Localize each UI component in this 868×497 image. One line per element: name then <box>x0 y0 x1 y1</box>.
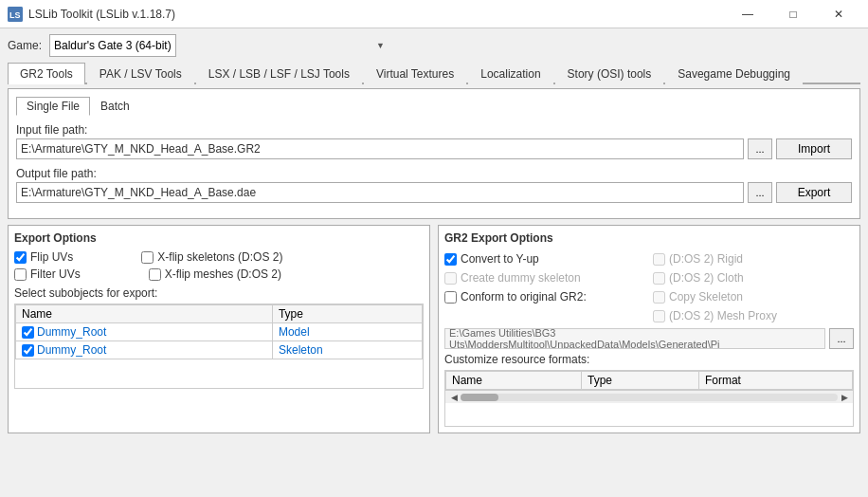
convert-y-up-label: Convert to Y-up <box>461 252 539 266</box>
conform-original-checkbox[interactable] <box>444 291 457 304</box>
gr2-options-title: GR2 Export Options <box>444 231 854 245</box>
output-file-input-row: ... Export <box>16 182 852 203</box>
scroll-right-arrow[interactable]: ▶ <box>838 391 851 404</box>
scroll-left-arrow[interactable]: ◀ <box>447 391 461 404</box>
sub-tab-batch[interactable]: Batch <box>90 97 140 116</box>
table-col-type: Type <box>272 305 422 323</box>
export-checkbox-row-1: Flip UVs X-flip skeletons (D:OS 2) <box>14 250 424 264</box>
dos2-mesh-proxy-checkbox <box>653 310 665 322</box>
row1-name: Dummy_Root <box>37 325 106 339</box>
close-button[interactable]: ✕ <box>817 0 860 28</box>
copy-skeleton-checkbox <box>653 291 665 304</box>
dos2-mesh-proxy-item: (D:OS 2) Mesh Proxy <box>653 307 854 324</box>
row1-checkbox[interactable] <box>22 326 34 339</box>
conform-original-item[interactable]: Conform to original GR2: <box>444 288 645 305</box>
input-file-browse-button[interactable]: ... <box>748 138 772 159</box>
resource-table-wrapper: Name Type Format ◀ ▶ <box>444 370 854 427</box>
input-file-row: Input file path: ... Import <box>16 123 852 159</box>
gr2-options-grid: Convert to Y-up (D:OS 2) Rigid Create du… <box>444 250 854 324</box>
xflip-meshes-checkbox[interactable] <box>149 268 161 281</box>
tab-pak-lsv[interactable]: PAK / LSV Tools <box>87 63 194 84</box>
table-cell-type-2: Skeleton <box>272 341 422 359</box>
output-file-browse-button[interactable]: ... <box>748 182 772 203</box>
output-file-label: Output file path: <box>16 167 852 180</box>
export-options-title: Export Options <box>14 231 424 245</box>
xflip-meshes-checkbox-item[interactable]: X-flip meshes (D:OS 2) <box>149 267 281 281</box>
dos2-cloth-checkbox <box>653 272 665 285</box>
dos2-cloth-item: (D:OS 2) Cloth <box>653 269 854 286</box>
input-file-label: Input file path: <box>16 123 852 137</box>
tab-story[interactable]: Story (OSI) tools <box>555 63 664 84</box>
resource-col-name: Name <box>446 372 582 390</box>
dos2-mesh-proxy-label: (D:OS 2) Mesh Proxy <box>669 309 777 322</box>
output-file-row: Output file path: ... Export <box>16 167 852 203</box>
subobjects-table-wrapper: Name Type Dummy_Root Mo <box>14 304 424 389</box>
game-select-wrapper: Baldur's Gate 3 (64-bit) <box>49 34 390 57</box>
input-file-input-row: ... Import <box>16 138 852 159</box>
maximize-button[interactable]: □ <box>771 0 815 28</box>
table-row: Dummy_Root Skeleton <box>16 341 423 359</box>
convert-y-up-item[interactable]: Convert to Y-up <box>444 250 645 267</box>
flip-uvs-checkbox-item[interactable]: Flip UVs <box>14 250 73 264</box>
row2-name: Dummy_Root <box>37 343 106 357</box>
create-dummy-skeleton-label: Create dummy skeleton <box>461 271 581 285</box>
table-checkbox-row-2: Dummy_Root <box>22 343 266 357</box>
xflip-meshes-label: X-flip meshes (D:OS 2) <box>165 267 281 281</box>
horizontal-scrollbar[interactable]: ◀ ▶ <box>445 390 853 403</box>
scrollbar-track[interactable] <box>461 394 838 401</box>
filter-uvs-checkbox[interactable] <box>14 268 27 281</box>
gr2-options-panel: GR2 Export Options Convert to Y-up (D:OS… <box>438 225 860 433</box>
title-bar: LS LSLib Toolkit (LSLib v.1.18.7) — □ ✕ <box>0 0 868 28</box>
table-cell-type-1: Model <box>272 323 422 341</box>
game-label: Game: <box>8 39 42 52</box>
minimize-button[interactable]: — <box>726 0 769 28</box>
flip-uvs-label: Flip UVs <box>30 250 73 264</box>
subobjects-label: Select subobjects for export: <box>14 286 424 300</box>
copy-skeleton-label: Copy Skeleton <box>669 290 743 304</box>
filter-uvs-label: Filter UVs <box>30 267 81 281</box>
tab-lsx-lsb[interactable]: LSX / LSB / LSF / LSJ Tools <box>196 63 362 84</box>
filter-uvs-checkbox-item[interactable]: Filter UVs <box>14 267 81 281</box>
tab-localization[interactable]: Localization <box>468 63 552 84</box>
dos2-rigid-label: (D:OS 2) Rigid <box>669 252 743 266</box>
gr2-path-text: E:\Games Utilities\BG3 Uts\ModdersMultit… <box>449 328 821 349</box>
resource-formats-label: Customize resource formats: <box>444 353 854 366</box>
xflip-skeletons-label: X-flip skeletons (D:OS 2) <box>157 250 282 264</box>
import-button[interactable]: Import <box>776 138 852 159</box>
resource-table: Name Type Format <box>445 371 853 390</box>
create-dummy-skeleton-checkbox <box>444 272 457 285</box>
xflip-skeletons-checkbox-item[interactable]: X-flip skeletons (D:OS 2) <box>141 250 282 264</box>
game-select[interactable]: Baldur's Gate 3 (64-bit) <box>49 34 176 57</box>
tab-virtual-textures[interactable]: Virtual Textures <box>364 63 466 84</box>
export-options-panel: Export Options Flip UVs X-flip skeletons… <box>8 225 430 433</box>
app-icon: LS <box>8 7 23 22</box>
main-tabs-bar: GR2 Tools PAK / LSV Tools LSX / LSB / LS… <box>8 63 860 84</box>
window-title: LSLib Toolkit (LSLib v.1.18.7) <box>28 8 175 21</box>
tab-savegame[interactable]: Savegame Debugging <box>665 63 803 84</box>
sub-tab-single-file[interactable]: Single File <box>16 97 90 116</box>
output-file-input[interactable] <box>16 182 744 203</box>
dos2-rigid-checkbox <box>653 253 665 266</box>
row2-checkbox[interactable] <box>22 344 34 357</box>
game-row: Game: Baldur's Gate 3 (64-bit) <box>8 34 860 57</box>
input-file-input[interactable] <box>16 138 744 159</box>
table-col-name: Name <box>16 305 273 323</box>
bottom-panels: Export Options Flip UVs X-flip skeletons… <box>8 225 860 433</box>
gr2-path-row: E:\Games Utilities\BG3 Uts\ModdersMultit… <box>444 328 854 349</box>
convert-y-up-checkbox[interactable] <box>444 253 457 266</box>
window-controls: — □ ✕ <box>726 0 860 28</box>
gr2-path-browse-button[interactable]: ... <box>829 328 854 349</box>
scrollbar-thumb[interactable] <box>461 394 498 401</box>
table-cell-name-1: Dummy_Root <box>16 323 273 341</box>
flip-uvs-checkbox[interactable] <box>14 251 27 264</box>
gr2-path-display: E:\Games Utilities\BG3 Uts\ModdersMultit… <box>444 328 825 349</box>
export-button[interactable]: Export <box>776 182 852 203</box>
svg-text:LS: LS <box>9 10 21 20</box>
sub-tabs: Single File Batch <box>16 97 852 116</box>
dos2-mesh-proxy-spacer <box>444 307 645 324</box>
tab-gr2-tools[interactable]: GR2 Tools <box>8 63 85 84</box>
resource-col-type: Type <box>582 372 699 390</box>
table-checkbox-row-1: Dummy_Root <box>22 325 266 339</box>
xflip-skeletons-checkbox[interactable] <box>141 251 154 264</box>
table-cell-name-2: Dummy_Root <box>16 341 273 359</box>
